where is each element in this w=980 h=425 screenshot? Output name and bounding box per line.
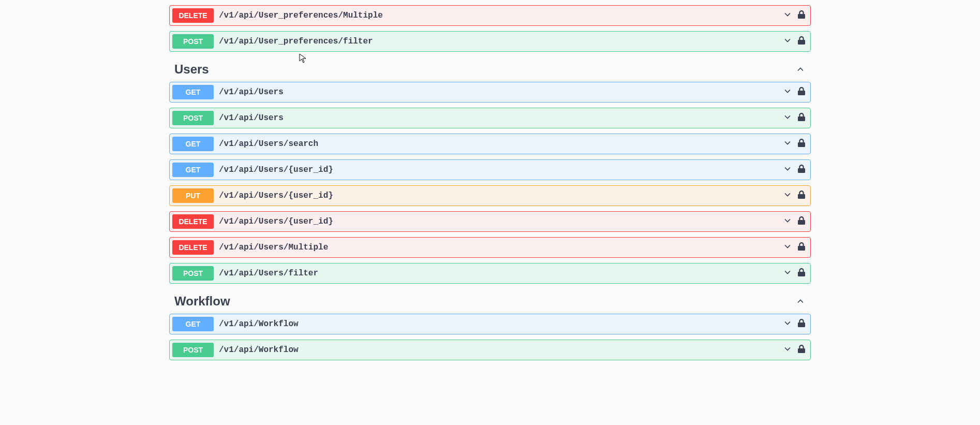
- lock-icon[interactable]: [798, 216, 805, 227]
- chevron-up-icon[interactable]: [795, 296, 806, 306]
- endpoint-path: /v1/api/User_preferences/filter: [219, 37, 782, 46]
- chevron-down-icon[interactable]: [782, 267, 793, 280]
- lock-icon[interactable]: [798, 139, 805, 149]
- chevron-down-icon[interactable]: [782, 344, 793, 356]
- endpoint-row[interactable]: POST/v1/api/Workflow: [169, 340, 811, 360]
- lock-icon[interactable]: [798, 345, 805, 355]
- chevron-down-icon[interactable]: [782, 189, 793, 202]
- chevron-down-icon[interactable]: [782, 164, 793, 176]
- endpoint-path: /v1/api/Users: [219, 87, 782, 97]
- section-header[interactable]: Workflow: [169, 289, 811, 314]
- method-badge-get: GET: [172, 137, 214, 151]
- endpoint-path: /v1/api/Users/search: [219, 139, 782, 149]
- endpoint-row[interactable]: DELETE/v1/api/User_preferences/Multiple: [169, 5, 811, 26]
- endpoint-row[interactable]: POST/v1/api/User_preferences/filter: [169, 31, 811, 52]
- section-header[interactable]: Users: [169, 57, 811, 82]
- lock-icon[interactable]: [798, 242, 805, 253]
- method-badge-post: POST: [172, 111, 214, 125]
- section-title: Users: [174, 62, 209, 77]
- lock-icon[interactable]: [798, 319, 805, 329]
- endpoint-row[interactable]: GET/v1/api/Users: [169, 82, 811, 102]
- endpoint-path: /v1/api/Users/{user_id}: [219, 191, 782, 200]
- endpoint-path: /v1/api/Users: [219, 113, 782, 123]
- chevron-down-icon[interactable]: [782, 35, 793, 48]
- lock-icon[interactable]: [798, 113, 805, 123]
- endpoint-path: /v1/api/Workflow: [219, 345, 782, 355]
- chevron-down-icon[interactable]: [782, 241, 793, 254]
- method-badge-delete: DELETE: [172, 240, 214, 255]
- endpoint-path: /v1/api/User_preferences/Multiple: [219, 11, 782, 20]
- method-badge-put: PUT: [172, 188, 214, 203]
- method-badge-delete: DELETE: [172, 8, 214, 23]
- endpoint-path: /v1/api/Users/{user_id}: [219, 165, 782, 174]
- chevron-down-icon[interactable]: [782, 9, 793, 22]
- endpoint-row[interactable]: GET/v1/api/Users/search: [169, 134, 811, 154]
- lock-icon[interactable]: [798, 268, 805, 279]
- endpoint-row[interactable]: GET/v1/api/Users/{user_id}: [169, 159, 811, 180]
- method-badge-post: POST: [172, 34, 214, 49]
- method-badge-delete: DELETE: [172, 214, 214, 229]
- endpoint-path: /v1/api/Workflow: [219, 319, 782, 329]
- endpoint-row[interactable]: DELETE/v1/api/Users/Multiple: [169, 237, 811, 258]
- chevron-up-icon[interactable]: [795, 64, 806, 75]
- chevron-down-icon[interactable]: [782, 86, 793, 98]
- chevron-down-icon[interactable]: [782, 215, 793, 228]
- lock-icon[interactable]: [798, 10, 805, 21]
- chevron-down-icon[interactable]: [782, 112, 793, 124]
- lock-icon[interactable]: [798, 190, 805, 201]
- chevron-down-icon[interactable]: [782, 138, 793, 150]
- lock-icon[interactable]: [798, 165, 805, 175]
- lock-icon[interactable]: [798, 36, 805, 47]
- lock-icon[interactable]: [798, 87, 805, 97]
- endpoint-row[interactable]: DELETE/v1/api/Users/{user_id}: [169, 211, 811, 232]
- method-badge-post: POST: [172, 266, 214, 281]
- endpoint-row[interactable]: POST/v1/api/Users/filter: [169, 263, 811, 284]
- chevron-down-icon[interactable]: [782, 318, 793, 330]
- endpoint-path: /v1/api/Users/filter: [219, 269, 782, 278]
- method-badge-get: GET: [172, 317, 214, 331]
- section-title: Workflow: [174, 294, 230, 309]
- endpoint-row[interactable]: GET/v1/api/Workflow: [169, 314, 811, 334]
- endpoint-path: /v1/api/Users/{user_id}: [219, 217, 782, 226]
- endpoint-path: /v1/api/Users/Multiple: [219, 243, 782, 252]
- endpoint-row[interactable]: POST/v1/api/Users: [169, 108, 811, 128]
- method-badge-get: GET: [172, 163, 214, 177]
- method-badge-get: GET: [172, 85, 214, 99]
- method-badge-post: POST: [172, 343, 214, 357]
- endpoint-row[interactable]: PUT/v1/api/Users/{user_id}: [169, 185, 811, 206]
